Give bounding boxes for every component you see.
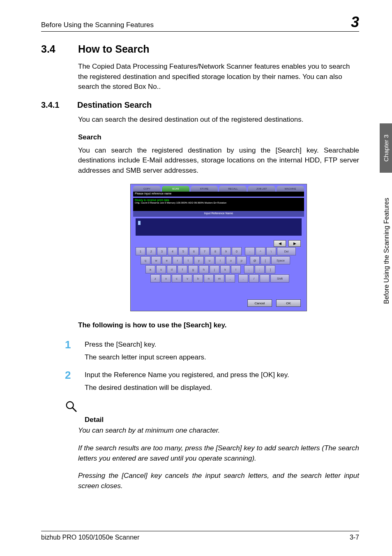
footer-left: bizhub PRO 1050/1050e Scanner (41, 534, 139, 541)
running-header-left: Before Using the Scanning Features (41, 21, 154, 29)
ss-key[interactable]: k (220, 265, 230, 273)
ss-key[interactable]: f (178, 265, 187, 273)
detail-paragraph-3: Pressing the [Cancel] key cancels the in… (78, 471, 359, 491)
ss-key[interactable]: d (167, 265, 177, 273)
subsection-number: 3.4.1 (41, 100, 67, 110)
ss-key[interactable]: ^ (256, 247, 265, 255)
ss-key[interactable]: u (205, 256, 214, 264)
detail-paragraph-1: You can search by at minimum one charact… (78, 426, 359, 436)
ss-text-input-area[interactable] (136, 218, 302, 236)
ss-key[interactable]: q (141, 256, 150, 264)
step-1-text: Press the [Search] key. (85, 339, 156, 350)
ss-key[interactable]: x (161, 274, 171, 283)
ss-onscreen-keyboard: 1 2 3 4 5 6 7 8 9 0 - ^ \ Del q (136, 247, 302, 283)
ss-key[interactable]: j (210, 265, 219, 273)
ss-key-shift[interactable]: Shift (270, 274, 289, 283)
onscreen-keyboard-screenshot: COPY SCAN STORE RECALL JOB LIST MACHINE … (130, 184, 307, 311)
subsection-intro: You can search the desired destination o… (78, 115, 359, 125)
ss-key[interactable]: 9 (221, 247, 231, 255)
ss-key[interactable]: / (249, 274, 259, 283)
ss-key[interactable]: \ (266, 247, 276, 255)
ss-status-panel: Ready to receive print data Orig. Count … (133, 198, 304, 211)
ss-key[interactable] (260, 274, 270, 283)
step-1-sub: The search letter input screen appears. (85, 353, 359, 361)
search-paragraph: You can search the registered destinatio… (78, 146, 359, 176)
section-number: 3.4 (41, 43, 65, 55)
ss-key[interactable]: 3 (157, 247, 167, 255)
ss-key[interactable]: 4 (168, 247, 178, 255)
subsection-title: Destination Search (77, 100, 152, 110)
ss-key[interactable]: , (225, 274, 235, 283)
ss-ok-button[interactable]: OK (276, 299, 301, 307)
ss-key[interactable]: @ (250, 256, 260, 264)
ss-key[interactable]: g (188, 265, 198, 273)
detail-heading: Detail (85, 416, 359, 424)
detail-paragraph-2: If the search results are too many, pres… (78, 443, 359, 463)
ss-tab-copy[interactable]: COPY (133, 186, 161, 192)
ss-key[interactable]: r (173, 256, 182, 264)
ss-text-cursor (138, 221, 141, 225)
running-header-chapter-number: 3 (351, 15, 359, 30)
ss-tab-machine[interactable]: MACHINE (277, 186, 304, 192)
side-chapter-tab: Chapter 3 (380, 123, 392, 173)
section-intro: The Copied Data Processing Features/Netw… (78, 62, 359, 92)
ss-key[interactable]: 1 (136, 247, 145, 255)
ss-key[interactable]: z (150, 274, 160, 283)
step-2-sub: The desired destination will be displaye… (85, 384, 359, 392)
ss-key[interactable]: 7 (200, 247, 210, 255)
ss-key[interactable]: . (238, 274, 248, 283)
ss-key[interactable]: [ (261, 256, 270, 264)
ss-tab-joblist[interactable]: JOB LIST (248, 186, 275, 192)
ss-tab-recall[interactable]: RECALL (219, 186, 247, 192)
side-running-label: Before Using the Scanning Features (383, 181, 390, 321)
ss-key[interactable]: e (162, 256, 172, 264)
ss-key[interactable]: w (151, 256, 161, 264)
ss-key[interactable]: b (193, 274, 203, 283)
ss-input-band: Input Reference Name (133, 211, 304, 217)
ss-prompt-bar: Please input reference name (133, 192, 304, 197)
ss-tab-store[interactable]: STORE (191, 186, 218, 192)
ss-nav-left-button[interactable]: ◀ (274, 240, 286, 247)
magnifier-icon (65, 400, 359, 414)
ss-key[interactable]: : (255, 265, 265, 273)
ss-key[interactable]: p (237, 256, 247, 264)
step-2-text: Input the Reference Name you registered,… (85, 370, 289, 380)
ss-key[interactable]: a (145, 265, 155, 273)
ss-key-del[interactable]: Del (277, 247, 296, 255)
ss-key[interactable]: t (183, 256, 193, 264)
search-heading: Search (78, 133, 359, 141)
ss-key[interactable]: m (214, 274, 224, 283)
ss-key[interactable]: ] (265, 265, 275, 273)
svg-line-1 (73, 408, 76, 411)
ss-nav-right-button[interactable]: ▶ (288, 240, 301, 247)
ss-key[interactable]: 0 (232, 247, 242, 255)
ss-key[interactable]: s (156, 265, 166, 273)
ss-key[interactable]: i (215, 256, 225, 264)
ss-key[interactable]: l (231, 265, 241, 273)
ss-key[interactable]: - (245, 247, 255, 255)
ss-key[interactable]: y (194, 256, 204, 264)
ss-key[interactable]: n (204, 274, 214, 283)
ss-cancel-button[interactable]: Cancel (247, 299, 272, 307)
how-to-use-heading: The following is how to use the [Search]… (78, 321, 359, 329)
ss-key-space[interactable]: Space (271, 256, 290, 264)
step-1-number: 1 (65, 339, 74, 350)
ss-key[interactable]: h (199, 265, 209, 273)
ss-status-line2: Orig. Count 0 Reserve Job 0 Memory 100.0… (135, 202, 302, 204)
ss-key[interactable]: 6 (189, 247, 199, 255)
ss-status-line1: Ready to receive print data (135, 199, 302, 202)
ss-key[interactable]: 5 (178, 247, 188, 255)
ss-key[interactable]: v (182, 274, 192, 283)
footer-page-number: 3-7 (350, 534, 359, 541)
ss-tab-scan[interactable]: SCAN (162, 186, 189, 192)
ss-key[interactable]: 8 (210, 247, 220, 255)
step-2-number: 2 (65, 370, 74, 380)
section-title: How to Search (78, 43, 150, 55)
ss-key[interactable]: c (172, 274, 182, 283)
ss-key[interactable]: 2 (146, 247, 156, 255)
ss-key[interactable]: ; (244, 265, 254, 273)
ss-key[interactable]: o (226, 256, 236, 264)
